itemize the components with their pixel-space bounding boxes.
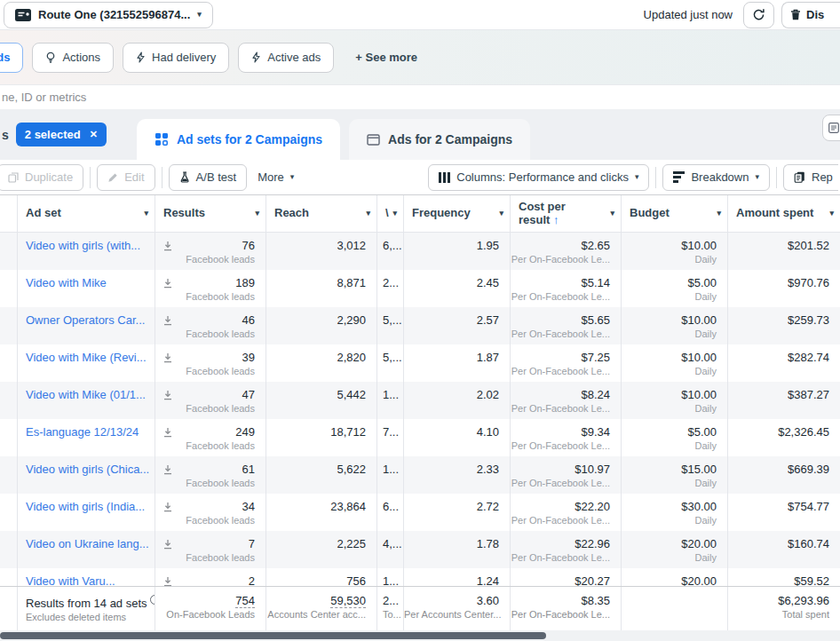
table-row[interactable]: Video with girls (Chica... 61 Facebook l… [0, 456, 840, 494]
search-input[interactable]: ne, ID or metrics [0, 91, 86, 104]
filter-chip-active-ads-partial[interactable]: ads [0, 43, 23, 73]
adset-name-link[interactable]: Owner Operators Car... [26, 313, 145, 327]
ads-window-icon [367, 133, 380, 146]
row-checkbox-stub[interactable] [0, 456, 18, 494]
table-row[interactable]: Video with girls (India... 34 Facebook l… [0, 494, 840, 531]
row-checkbox-stub[interactable] [0, 494, 18, 531]
adset-name-link[interactable]: Es-language 12/13/24 [26, 425, 139, 439]
header-frequency[interactable]: Frequency ▾ [404, 195, 511, 232]
adset-name-link[interactable]: Video with girls (with... [26, 239, 140, 252]
table-row[interactable]: Video with Mike 189 Facebook leads 8,871… [0, 270, 840, 307]
duplicate-label: Duplicate [25, 170, 73, 184]
tab-ad-sets[interactable]: Ad sets for 2 Campaigns [137, 119, 340, 160]
download-icon[interactable] [155, 537, 173, 568]
filter-chip-active-ads[interactable]: Active ads [238, 43, 334, 73]
horizontal-scrollbar-thumb[interactable] [0, 632, 546, 639]
frequency-cell: 2.33 [404, 456, 511, 494]
adset-name-cell: Video with girls (India... [18, 494, 155, 531]
header-budget[interactable]: Budget ▾ [622, 195, 728, 232]
header-label: Amount spent [736, 207, 813, 220]
frequency-value: 2.45 [404, 276, 510, 290]
header-ad-set[interactable]: Ad set ▾ [18, 195, 155, 232]
budget-value: $5.00 [622, 425, 727, 439]
discard-drafts-button[interactable]: Dis [781, 2, 840, 28]
side-panel-button-partial[interactable] [822, 115, 840, 141]
download-icon[interactable] [155, 463, 173, 494]
columns-button[interactable]: Columns: Performance and clicks ▾ [428, 164, 649, 191]
download-icon[interactable] [155, 388, 173, 419]
tab-campaigns-partial[interactable]: s 2 selected ✕ [0, 109, 112, 160]
row-checkbox-stub[interactable] [0, 568, 18, 586]
row-checkbox-stub[interactable] [0, 233, 18, 270]
results-sublabel: Facebook leads [173, 328, 265, 340]
row-checkbox-stub[interactable] [0, 531, 18, 568]
adset-name-link[interactable]: Video with girls (Chica... [26, 463, 149, 476]
breakdown-button[interactable]: Breakdown ▾ [662, 164, 770, 191]
adset-name-link[interactable]: Video with girls (India... [26, 500, 145, 513]
caret-down-icon: ▾ [144, 210, 148, 218]
row-checkbox-stub[interactable] [0, 270, 18, 307]
truncated-column-cell: 6,... [377, 233, 404, 270]
budget-value: $30.00 [622, 500, 727, 514]
results-value: 2 [173, 574, 265, 586]
download-icon[interactable] [155, 574, 173, 586]
header-label: Reach [274, 207, 309, 220]
download-icon[interactable] [155, 500, 173, 531]
header-results[interactable]: Results ▾ [155, 195, 266, 232]
cost-per-result-cell: $20.27 Per On-Facebook Le... [511, 568, 622, 586]
adset-name-link[interactable]: Video with Mike (01/1... [26, 388, 146, 401]
refresh-button[interactable] [743, 2, 774, 28]
header-cost-per-result[interactable]: Cost per result ↑ ▾ [511, 195, 622, 232]
download-icon[interactable] [155, 239, 173, 270]
summary-reach-value[interactable]: 59,530 [330, 594, 366, 608]
header-amount-spent[interactable]: Amount spent ▾ [728, 195, 840, 232]
download-icon[interactable] [155, 351, 173, 382]
filter-chip-had-delivery[interactable]: Had delivery [123, 43, 229, 73]
reports-button-partial[interactable]: Rep [783, 164, 838, 191]
header-label: Budget [630, 207, 670, 220]
horizontal-scrollbar-track[interactable] [0, 630, 840, 641]
amount-spent-cell: $970.76 [728, 270, 840, 307]
table-row[interactable]: Video with Mike (01/1... 47 Facebook lea… [0, 382, 840, 419]
adset-name-cell: Video with Varu... [18, 568, 155, 586]
download-icon[interactable] [155, 425, 173, 456]
close-icon[interactable]: ✕ [90, 129, 98, 140]
header-reach[interactable]: Reach ▾ [266, 195, 377, 232]
account-selector-button[interactable]: Route One (321552596874... ▾ [4, 2, 213, 28]
adset-name-link[interactable]: Video with Mike (Revi... [26, 351, 147, 364]
summary-note: Excludes deleted items [18, 611, 155, 623]
header-checkbox-stub[interactable] [0, 195, 18, 232]
selected-count-badge[interactable]: 2 selected ✕ [16, 123, 107, 146]
more-button[interactable]: More ▾ [247, 164, 305, 191]
filter-chip-label: Had delivery [152, 51, 216, 64]
table-row[interactable]: Owner Operators Car... 46 Facebook leads… [0, 307, 840, 344]
tab-ads[interactable]: Ads for 2 Campaigns [349, 119, 530, 160]
row-checkbox-stub[interactable] [0, 419, 18, 456]
table-row[interactable]: Es-language 12/13/24 249 Facebook leads … [0, 419, 840, 456]
summary-results-value[interactable]: 754 [235, 594, 255, 608]
row-checkbox-stub[interactable] [0, 382, 18, 419]
sort-ascending-icon: ↑ [553, 213, 559, 226]
download-icon[interactable] [155, 276, 173, 307]
adset-name-link[interactable]: Video with Varu... [26, 574, 115, 586]
adset-name-link[interactable]: Video on Ukraine lang... [26, 537, 149, 550]
download-icon[interactable] [155, 313, 173, 344]
duplicate-button[interactable]: Duplicate [0, 164, 83, 191]
edit-button[interactable]: Edit [97, 164, 155, 191]
ab-test-button[interactable]: A/B test [169, 164, 248, 191]
selected-count-label: 2 selected [25, 128, 81, 141]
adset-name-link[interactable]: Video with Mike [26, 276, 107, 289]
header-truncated-column[interactable]: \ ▾ [377, 195, 404, 232]
reach-cell: 2,225 [266, 531, 377, 568]
row-checkbox-stub[interactable] [0, 344, 18, 382]
see-more-button[interactable]: + See more [343, 43, 430, 73]
header-label: Ad set [26, 207, 61, 220]
budget-cell: $10.00 Daily [622, 233, 728, 270]
row-checkbox-stub[interactable] [0, 307, 18, 344]
table-row[interactable]: Video on Ukraine lang... 7 Facebook lead… [0, 531, 840, 568]
table-row[interactable]: Video with Mike (Revi... 39 Facebook lea… [0, 344, 840, 382]
table-row[interactable]: Video with Varu... 2 Facebook leads 756 … [0, 568, 840, 586]
summary-truncated-sublabel: To... [377, 608, 403, 621]
table-row[interactable]: Video with girls (with... 76 Facebook le… [0, 233, 840, 270]
filter-chip-actions[interactable]: Actions [32, 43, 114, 73]
